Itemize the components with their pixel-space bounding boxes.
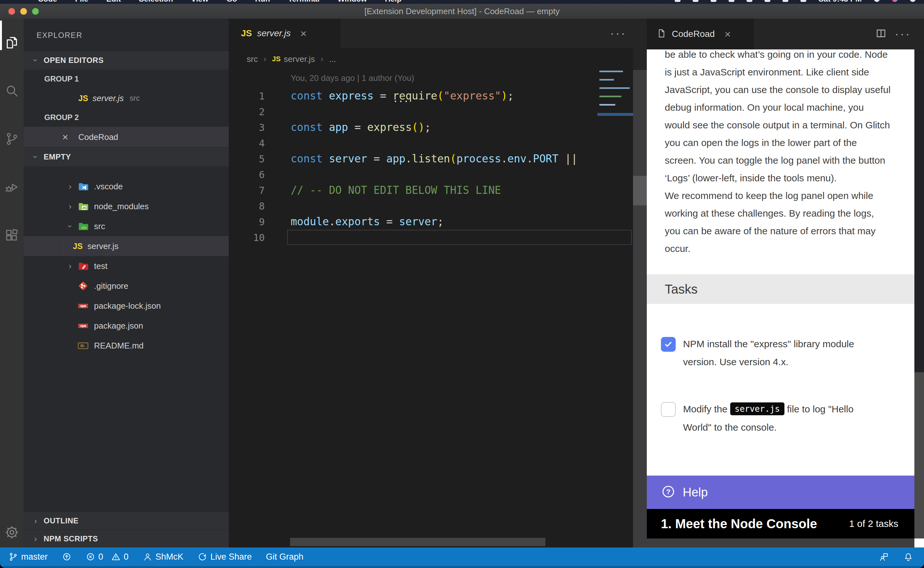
code-line-10[interactable]: 10 — [229, 230, 633, 245]
editor-tab-bar[interactable]: JS server.js × ··· — [229, 19, 633, 48]
menu-item-selection[interactable]: Selection — [139, 0, 173, 3]
inline-code: server.js — [730, 402, 784, 415]
status-notifications[interactable] — [903, 552, 913, 562]
code-line-8[interactable]: 8 — [229, 198, 633, 214]
activity-explorer[interactable] — [0, 19, 24, 67]
status-git-graph[interactable]: Git Graph — [266, 552, 303, 562]
help-bar[interactable]: ? Help — [647, 476, 914, 509]
tree-item-server.js[interactable]: JSserver.js — [24, 236, 229, 256]
webview-scrollbar[interactable] — [914, 50, 924, 547]
tree-item-package.json[interactable]: npmpackage.json — [24, 316, 229, 336]
code-line-5[interactable]: 5const server = app.listen(process.env.P… — [229, 151, 633, 166]
code-line-1[interactable]: 1const express = require("express"); — [229, 88, 633, 104]
menu-item-terminal[interactable]: Terminal — [288, 0, 320, 3]
tree-item-.gitignore[interactable]: .gitignore — [24, 276, 229, 296]
lesson-text-line: you can be aware of the nature of errors… — [665, 222, 914, 240]
panel-scrollbar-thumb[interactable] — [633, 176, 647, 205]
status-account-shmck[interactable]: ShMcK — [143, 552, 184, 562]
close-editor-icon[interactable]: × — [62, 131, 74, 143]
code-line-4[interactable]: 4 — [229, 135, 633, 151]
activity-search[interactable] — [0, 67, 24, 115]
panel-tab-bar[interactable]: CodeRoad × ··· — [647, 19, 924, 50]
battery-icon[interactable] — [782, 0, 788, 2]
shield-icon[interactable] — [693, 0, 698, 2]
vscode-icon — [77, 180, 89, 193]
open-editor-item-coderoad[interactable]: ×CodeRoad — [24, 127, 229, 147]
split-editor-icon[interactable] — [875, 27, 887, 41]
spotlight-icon[interactable] — [874, 0, 880, 2]
tab-coderoad[interactable]: CodeRoad × — [647, 19, 754, 50]
status-live-share[interactable]: Live Share — [197, 552, 252, 562]
panel-more-actions-icon[interactable]: ··· — [895, 27, 911, 41]
checkbox-unchecked[interactable] — [661, 402, 676, 417]
checkbox-checked[interactable] — [661, 337, 676, 352]
line-number: 2 — [229, 104, 265, 120]
status-problems[interactable]: 00 — [86, 552, 129, 562]
menu-item-edit[interactable]: Edit — [106, 0, 121, 3]
window-title-bar[interactable]: [Extension Development Host] - CodeRoad … — [0, 4, 924, 19]
editor-more-actions-icon[interactable]: ··· — [610, 27, 627, 40]
triangle-icon[interactable] — [746, 0, 752, 2]
lesson-text-line: is just a JavaScript environment. Like c… — [665, 63, 914, 81]
open-editors-header[interactable]: › OPEN EDITORS — [24, 51, 229, 69]
control-center-icon[interactable] — [910, 0, 916, 2]
tree-item-readme.md[interactable]: M↓README.md — [24, 336, 229, 355]
code-line-9[interactable]: 9module.exports = server; — [229, 214, 633, 230]
activity-source-control[interactable] — [0, 115, 24, 163]
status-feedback[interactable] — [879, 552, 889, 562]
open-editors-group-label: GROUP 1 — [24, 69, 229, 88]
status-label: ShMcK — [155, 552, 184, 562]
section-npm-scripts[interactable]: ›NPM SCRIPTS — [24, 529, 229, 547]
workspace-header[interactable]: › EMPTY — [24, 147, 229, 166]
file-tree: ›.vscode›JSnode_modules›</>srcJSserver.j… — [24, 166, 229, 355]
play-icon[interactable] — [729, 0, 734, 2]
activity-extensions[interactable] — [0, 211, 24, 259]
activity-run-debug[interactable] — [0, 163, 24, 211]
tree-item-.vscode[interactable]: ›.vscode — [24, 177, 229, 196]
section-outline[interactable]: ›OUTLINE — [24, 512, 229, 529]
menu-status-area[interactable]: Sat 9:43 PM — [675, 0, 916, 3]
code-line-6[interactable]: 6 — [229, 166, 633, 182]
menu-item-help[interactable]: Help — [385, 0, 402, 3]
display-icon[interactable] — [675, 0, 680, 2]
menu-item-go[interactable]: Go — [226, 0, 237, 3]
mic-icon[interactable] — [764, 0, 770, 2]
file-name: test — [94, 261, 107, 271]
close-tab-icon[interactable]: × — [300, 28, 307, 39]
status-git-branch[interactable]: master — [8, 552, 48, 562]
tree-item-node_modules[interactable]: ›JSnode_modules — [24, 196, 229, 216]
close-tab-icon[interactable]: × — [724, 29, 731, 39]
tree-item-test[interactable]: ›test — [24, 256, 229, 276]
activity-bar[interactable] — [0, 19, 24, 547]
menu-item-code[interactable]: Code — [38, 0, 57, 3]
code-editor[interactable]: You, 20 days ago | 1 author (You) 1const… — [229, 70, 633, 547]
sync-icon — [62, 552, 72, 562]
code-line-3[interactable]: 3const app = express(); — [229, 119, 633, 135]
tree-item-src[interactable]: ›</>src — [24, 216, 229, 236]
lesson-footer[interactable]: 1. Meet the Node Console 1 of 2 tasks — [647, 509, 914, 538]
keyboard-icon[interactable] — [800, 0, 806, 2]
menu-item-view[interactable]: View — [191, 0, 208, 3]
horizontal-scrollbar[interactable] — [290, 538, 546, 546]
panel-scrollbar-track[interactable] — [633, 70, 647, 547]
siri-icon[interactable] — [892, 0, 898, 2]
editor-group-1: JS server.js × ··· src›JSserver.js›... Y… — [229, 19, 633, 547]
breadcrumb-segment[interactable]: ... — [329, 54, 336, 64]
settings-gear-icon[interactable] — [0, 525, 24, 540]
menu-items[interactable]: CodeFileEditSelectionViewGoRunTerminalWi… — [38, 0, 402, 3]
code-line-2[interactable]: 2 — [229, 104, 633, 119]
code-line-7[interactable]: 7// -- DO NOT EDIT BELOW THIS LINE — [229, 182, 633, 198]
breadcrumb-segment[interactable]: src — [247, 54, 258, 64]
tree-item-package-lock.json[interactable]: npmpackage-lock.json — [24, 296, 229, 316]
menu-item-window[interactable]: Window — [338, 0, 367, 3]
circle-icon[interactable] — [711, 0, 716, 2]
file-name: package-lock.json — [94, 301, 161, 311]
tab-server-js[interactable]: JS server.js × — [229, 19, 340, 48]
breadcrumb-segment[interactable]: JSserver.js — [272, 54, 315, 64]
minimap[interactable] — [597, 71, 633, 116]
status-sync[interactable] — [62, 552, 72, 562]
open-editor-item-server.js[interactable]: JSserver.jssrc — [24, 88, 229, 108]
menu-item-file[interactable]: File — [75, 0, 88, 3]
menu-item-run[interactable]: Run — [255, 0, 270, 3]
breadcrumb[interactable]: src›JSserver.js›... — [229, 48, 633, 70]
